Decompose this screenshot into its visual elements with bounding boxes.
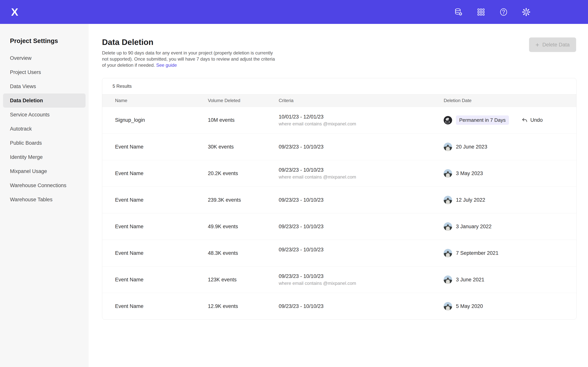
avatar-head — [447, 171, 449, 174]
delete-data-button[interactable]: + Delete Data — [529, 37, 576, 52]
table-row: Event Name 30K events 09/23/23 - 10/10/2… — [102, 133, 576, 160]
sidebar-item[interactable]: Public Boards — [3, 136, 86, 150]
header-icon-group — [454, 0, 531, 24]
results-card: 5 Results Name Volume Deleted Criteria D… — [102, 78, 577, 320]
cell-criteria: 09/23/23 - 10/10/23 — [279, 303, 444, 309]
page-description: Delete up to 90 days data for any event … — [102, 50, 278, 68]
column-header-volume: Volume Deleted — [208, 98, 279, 103]
sidebar-item[interactable]: Overview — [3, 51, 86, 65]
header-bar: X — [0, 0, 588, 24]
avatar — [444, 249, 452, 257]
settings-icon[interactable] — [522, 8, 531, 17]
deletion-date: 12 July 2022 — [456, 197, 485, 203]
avatar-body — [446, 147, 450, 151]
cell-volume: 10M events — [208, 117, 279, 123]
column-header-criteria: Criteria — [279, 98, 444, 103]
avatar-head — [447, 145, 449, 147]
table-body: Signup_login 10M events 10/01/23 - 12/01… — [102, 107, 576, 319]
table-row: Event Name 20.2K events 09/23/23 - 10/10… — [102, 160, 576, 187]
cell-deletion-date: 5 May 2020 — [444, 302, 576, 310]
avatar — [444, 142, 452, 151]
criteria-subtext: where email contains @mixpanel.com — [279, 174, 444, 180]
sidebar-item-label: Autotrack — [10, 126, 32, 132]
criteria-subtext: where email contains @mixpanel.com — [279, 121, 444, 126]
table-row: Signup_login 10M events 10/01/23 - 12/01… — [102, 107, 576, 133]
undo-label: Undo — [530, 117, 543, 123]
sidebar-item-label: Data Deletion — [10, 98, 43, 104]
results-count: 5 Results — [102, 78, 576, 94]
sidebar-heading: Project Settings — [0, 37, 89, 44]
cell-deletion-date: 3 January 2022 — [444, 222, 576, 231]
criteria-date: 09/23/23 - 10/10/23 — [279, 167, 444, 173]
avatar-head — [447, 277, 449, 280]
sidebar-item[interactable]: Data Views — [3, 79, 86, 93]
sidebar-item[interactable]: Identity Merge — [3, 150, 86, 164]
cell-deletion-date: 20 June 2023 — [444, 142, 576, 151]
deletion-date: 5 May 2020 — [456, 303, 483, 309]
criteria-date: 09/23/23 - 10/10/23 — [279, 197, 444, 203]
see-guide-link[interactable]: See guide — [156, 63, 177, 68]
deletion-date: 3 January 2022 — [456, 224, 492, 230]
cell-name: Event Name — [115, 144, 208, 150]
cell-name: Event Name — [115, 170, 208, 176]
sidebar: Project Settings Overview Project Users … — [0, 24, 89, 367]
cell-volume: 30K events — [208, 144, 279, 150]
sidebar-item[interactable]: Project Users — [3, 65, 86, 79]
criteria-subtext — [279, 254, 444, 259]
cell-name: Event Name — [115, 277, 208, 283]
sidebar-item[interactable]: Mixpanel Usage — [3, 164, 86, 178]
sidebar-item-label: Warehouse Connections — [10, 183, 66, 188]
deletion-date: 3 June 2021 — [456, 277, 484, 283]
sidebar-item[interactable]: Data Deletion — [3, 93, 86, 108]
cell-name: Event Name — [115, 224, 208, 230]
sidebar-item-label: Warehouse Tables — [10, 197, 52, 203]
cell-volume: 239.3K events — [208, 197, 279, 203]
mixpanel-logo[interactable]: X — [11, 0, 18, 24]
deletion-date: 7 September 2021 — [456, 250, 498, 256]
sidebar-item[interactable]: Service Accounts — [3, 108, 86, 122]
criteria-date: 09/23/23 - 10/10/23 — [279, 247, 444, 253]
undo-button[interactable]: Undo — [522, 117, 543, 123]
table-row: Event Name 123K events 09/23/23 - 10/10/… — [102, 266, 576, 293]
avatar — [444, 275, 452, 284]
table-row: Event Name 48.3K events 09/23/23 - 10/10… — [102, 240, 576, 266]
avatar-body — [446, 226, 450, 231]
sidebar-item-label: Overview — [10, 55, 32, 61]
sidebar-item[interactable]: Autotrack — [3, 122, 86, 136]
column-header-deletion-date: Deletion Date — [444, 98, 576, 103]
cell-volume: 123K events — [208, 277, 279, 283]
avatar — [444, 302, 452, 310]
sidebar-item-label: Mixpanel Usage — [10, 168, 47, 174]
cell-volume: 20.2K events — [208, 170, 279, 176]
avatar-body — [446, 306, 450, 310]
delete-data-label: Delete Data — [542, 42, 570, 48]
avatar-body — [446, 253, 450, 257]
sidebar-item-label: Public Boards — [10, 140, 42, 146]
cell-name: Event Name — [115, 303, 208, 309]
help-icon[interactable] — [499, 8, 508, 17]
avatar — [444, 196, 452, 204]
sidebar-item-label: Data Views — [10, 83, 36, 90]
sidebar-item-label: Project Users — [10, 69, 41, 75]
sidebar-item-label: Identity Merge — [10, 154, 43, 160]
database-settings-icon[interactable] — [454, 8, 463, 17]
cell-criteria: 09/23/23 - 10/10/23 — [279, 224, 444, 230]
criteria-date: 09/23/23 - 10/10/23 — [279, 303, 444, 309]
avatar-head — [447, 198, 449, 200]
apps-grid-icon[interactable] — [477, 8, 485, 17]
table-header-row: Name Volume Deleted Criteria Deletion Da… — [102, 94, 576, 107]
criteria-date: 09/23/23 - 10/10/23 — [279, 144, 444, 150]
sidebar-item[interactable]: Warehouse Connections — [3, 178, 86, 192]
avatar-body — [446, 280, 450, 284]
cell-criteria: 09/23/23 - 10/10/23 — [279, 247, 444, 259]
cell-volume: 48.3K events — [208, 250, 279, 256]
avatar-head — [447, 304, 449, 306]
cell-criteria: 09/23/23 - 10/10/23 — [279, 197, 444, 203]
avatar-body — [446, 200, 450, 204]
cell-deletion-date: 7 September 2021 — [444, 249, 576, 257]
criteria-date: 09/23/23 - 10/10/23 — [279, 273, 444, 279]
criteria-subtext: where email contains @mixpanel.com — [279, 281, 444, 286]
sidebar-item[interactable]: Warehouse Tables — [3, 192, 86, 207]
sidebar-nav: Overview Project Users Data Views Data D… — [0, 51, 89, 207]
cell-criteria: 09/23/23 - 10/10/23 where email contains… — [279, 167, 444, 180]
